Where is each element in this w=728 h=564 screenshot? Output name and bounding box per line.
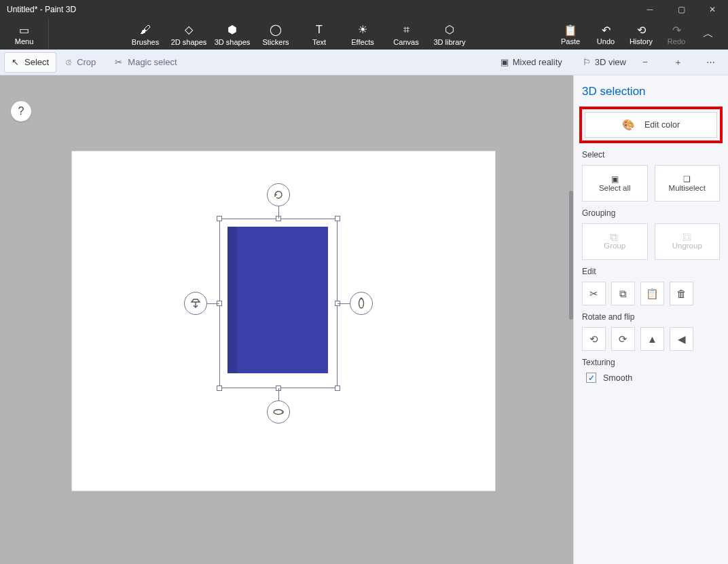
paste-button[interactable]: 📋Paste: [553, 19, 588, 50]
rotate-right-button[interactable]: ⟳: [611, 327, 635, 351]
smooth-checkbox[interactable]: ✓ Smooth: [582, 373, 720, 383]
sticker-icon: ◯: [270, 23, 282, 37]
select-all-button[interactable]: ▣Select all: [582, 165, 648, 202]
clipboard-icon: 📋: [646, 288, 659, 300]
mr-icon: ▣: [500, 57, 509, 67]
rotate-left-button[interactable]: ⟲: [582, 327, 606, 351]
more-button[interactable]: ⋯: [697, 50, 724, 75]
scrollbar[interactable]: [569, 191, 573, 564]
flip-v-icon: ◀: [678, 333, 686, 345]
text-icon: T: [316, 23, 323, 37]
delete-button[interactable]: 🗑: [670, 282, 693, 305]
rotate-z-handle[interactable]: [267, 183, 290, 206]
history-button[interactable]: ⟲History: [623, 19, 659, 50]
3d-shapes-tab[interactable]: ⬢3D shapes: [211, 19, 254, 50]
trash-icon: 🗑: [676, 288, 687, 299]
resize-handle-sw[interactable]: [217, 386, 222, 391]
svg-point-1: [359, 299, 364, 308]
canvas-tab[interactable]: ⌗Canvas: [384, 19, 428, 50]
library-icon: ⬡: [445, 23, 454, 37]
select-section-label: Select: [582, 150, 720, 159]
mixed-reality-button[interactable]: ▣Mixed reality: [500, 57, 562, 67]
flip-vertical-button[interactable]: ◀: [670, 327, 693, 351]
collapse-ribbon-button[interactable]: ︿: [694, 19, 723, 50]
3d-view-button[interactable]: ⚐3D view: [583, 57, 626, 67]
flag-icon: ⚐: [583, 57, 591, 67]
ungroup-icon: ⿴: [683, 233, 691, 242]
cut-button[interactable]: ✂: [582, 282, 606, 305]
2d-shapes-tab[interactable]: ◇2D shapes: [167, 19, 211, 50]
resize-handle-se[interactable]: [335, 386, 340, 391]
text-tab[interactable]: TText: [297, 19, 341, 50]
rotate-y-handle[interactable]: [350, 292, 373, 315]
edit-section-label: Edit: [582, 267, 720, 276]
selection-outline: [219, 219, 338, 388]
grouping-section-label: Grouping: [582, 208, 720, 218]
3d-library-tab[interactable]: ⬡3D library: [428, 19, 471, 50]
canvas-area[interactable]: ?: [0, 75, 573, 564]
texturing-section-label: Texturing: [582, 358, 720, 367]
scissors-icon: ✂: [589, 288, 598, 300]
copy-button[interactable]: ⧉: [611, 282, 635, 305]
resize-handle-nw[interactable]: [217, 216, 222, 221]
rotate-x-handle[interactable]: [267, 400, 290, 424]
rotate-right-icon: ⟳: [619, 333, 627, 345]
crop-tool[interactable]: ⟃Crop: [56, 50, 105, 75]
scrollbar-thumb[interactable]: [569, 191, 573, 320]
chevron-up-icon: ︿: [703, 28, 714, 41]
paste-icon: 📋: [564, 24, 577, 37]
properties-sidebar: 3D selection 🎨 Edit color Select ▣Select…: [573, 75, 728, 564]
copy-icon: ⧉: [619, 288, 627, 300]
main-ribbon: ▭ Menu 🖌Brushes ◇2D shapes ⬢3D shapes ◯S…: [0, 19, 728, 50]
ungroup-button[interactable]: ⿴Ungroup: [655, 223, 721, 260]
brush-icon: 🖌: [140, 23, 151, 37]
zoom-out-button[interactable]: −: [632, 50, 659, 75]
paste-button-side[interactable]: 📋: [640, 282, 664, 305]
stickers-tab[interactable]: ◯Stickers: [254, 19, 297, 50]
multiselect-icon: ❏: [683, 174, 691, 184]
title-bar: Untitled* - Paint 3D ─ ▢ ✕: [0, 0, 728, 19]
pointer-icon: ↖: [12, 57, 19, 67]
menu-label: Menu: [15, 37, 34, 45]
group-button[interactable]: ⿻Group: [582, 223, 648, 260]
palette-icon: 🎨: [622, 119, 635, 131]
edit-color-highlight: 🎨 Edit color: [579, 107, 723, 143]
flip-horizontal-button[interactable]: ▲: [640, 327, 664, 351]
cube-icon: ⬢: [228, 23, 237, 37]
multiselect-button[interactable]: ❏Multiselect: [655, 165, 721, 202]
help-button[interactable]: ?: [11, 101, 31, 121]
depth-handle[interactable]: [184, 292, 207, 315]
redo-icon: ↷: [672, 24, 681, 37]
folder-icon: ▭: [19, 24, 29, 37]
brushes-tab[interactable]: 🖌Brushes: [124, 19, 167, 50]
selection-box[interactable]: [219, 219, 338, 388]
magic-select-tool[interactable]: ✂Magic select: [105, 50, 186, 75]
zoom-in-button[interactable]: ＋: [664, 50, 691, 75]
checkbox-icon: ✓: [586, 373, 596, 383]
effects-tab[interactable]: ☀Effects: [341, 19, 384, 50]
select-all-icon: ▣: [611, 174, 619, 184]
app-title: Untitled* - Paint 3D: [7, 5, 76, 14]
2d-shape-icon: ◇: [185, 23, 193, 37]
sub-toolbar: ↖Select ⟃Crop ✂Magic select ▣Mixed reali…: [0, 50, 728, 75]
svg-point-0: [274, 410, 283, 415]
crop-icon: ⟃: [66, 57, 71, 67]
undo-icon: ↶: [602, 24, 611, 37]
menu-button[interactable]: ▭ Menu: [0, 19, 49, 50]
resize-handle-ne[interactable]: [335, 216, 340, 221]
rotate-left-icon: ⟲: [589, 333, 598, 345]
minimize-button[interactable]: ─: [634, 0, 666, 19]
group-icon: ⿻: [611, 233, 619, 242]
undo-button[interactable]: ↶Undo: [588, 19, 623, 50]
close-button[interactable]: ✕: [697, 0, 728, 19]
sidebar-title: 3D selection: [582, 85, 720, 98]
history-icon: ⟲: [637, 24, 646, 37]
maximize-button[interactable]: ▢: [666, 0, 697, 19]
rotate-section-label: Rotate and flip: [582, 312, 720, 322]
flip-h-icon: ▲: [647, 333, 657, 345]
edit-color-button[interactable]: 🎨 Edit color: [585, 112, 717, 138]
select-tool[interactable]: ↖Select: [4, 52, 56, 73]
redo-button[interactable]: ↷Redo: [659, 19, 694, 50]
magic-icon: ✂: [115, 57, 122, 67]
effects-icon: ☀: [358, 23, 367, 37]
